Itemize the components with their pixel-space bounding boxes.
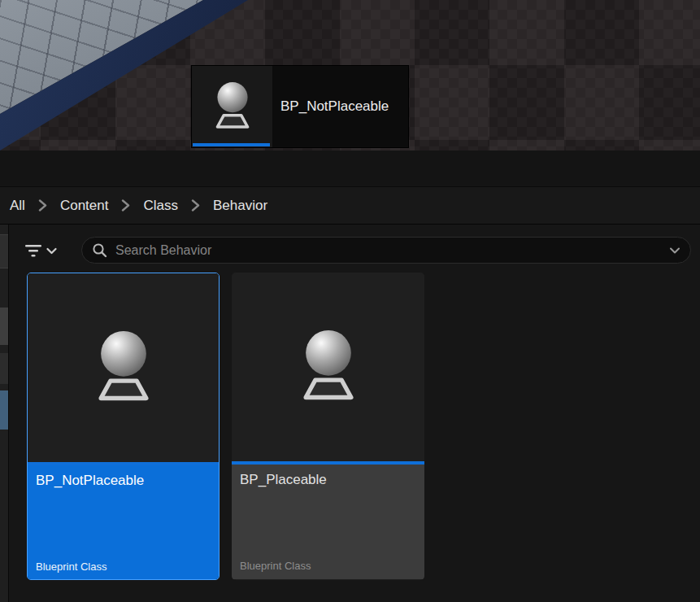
drag-preview-label: BP_NotPlaceable xyxy=(280,98,389,115)
sources-panel-sliver xyxy=(0,225,9,602)
chevron-right-icon xyxy=(121,199,130,212)
drag-preview: BP_NotPlaceable xyxy=(191,65,409,148)
breadcrumb-item-content[interactable]: Content xyxy=(55,198,114,214)
viewport-3d[interactable]: BP_NotPlaceable xyxy=(0,0,700,150)
breadcrumb-item-all[interactable]: All xyxy=(5,198,30,214)
blueprint-sphere-icon xyxy=(209,82,256,131)
asset-thumbnail xyxy=(28,273,219,462)
asset-type: Blueprint Class xyxy=(36,561,107,573)
filters-button[interactable] xyxy=(24,238,57,264)
sources-item-selected[interactable] xyxy=(0,390,8,430)
chevron-down-icon[interactable] xyxy=(669,246,680,255)
breadcrumb-item-behavior[interactable]: Behavior xyxy=(208,198,272,214)
drag-preview-thumbnail xyxy=(192,66,272,147)
asset-name: BP_Placeable xyxy=(240,472,416,488)
asset-name: BP_NotPlaceable xyxy=(36,473,211,489)
sources-item[interactable] xyxy=(0,308,8,345)
chevron-right-icon xyxy=(38,199,47,212)
blueprint-sphere-icon xyxy=(89,331,159,404)
drag-preview-progress-bar xyxy=(193,143,270,146)
asset-type: Blueprint Class xyxy=(240,560,311,572)
breadcrumb-item-class[interactable]: Class xyxy=(138,198,183,214)
sources-item[interactable] xyxy=(0,353,8,384)
blueprint-sphere-icon xyxy=(293,330,363,404)
sources-item[interactable] xyxy=(0,234,8,268)
asset-label-area: BP_Placeable Blueprint Class xyxy=(232,465,424,579)
asset-thumbnail xyxy=(232,273,424,461)
asset-tile-bp-placeable[interactable]: BP_Placeable Blueprint Class xyxy=(232,273,424,580)
magnifier-icon xyxy=(92,242,107,258)
chevron-down-icon xyxy=(46,247,57,255)
search-input[interactable] xyxy=(114,242,669,259)
asset-label-area: BP_NotPlaceable Blueprint Class xyxy=(28,465,219,580)
content-browser-header xyxy=(0,150,700,187)
search-bar[interactable] xyxy=(81,237,691,264)
asset-tile-bp-notplaceable[interactable]: BP_NotPlaceable Blueprint Class xyxy=(27,273,220,580)
funnel-icon xyxy=(24,243,42,258)
breadcrumb: All Content Class Behavior xyxy=(0,187,700,225)
chevron-right-icon xyxy=(191,199,200,212)
